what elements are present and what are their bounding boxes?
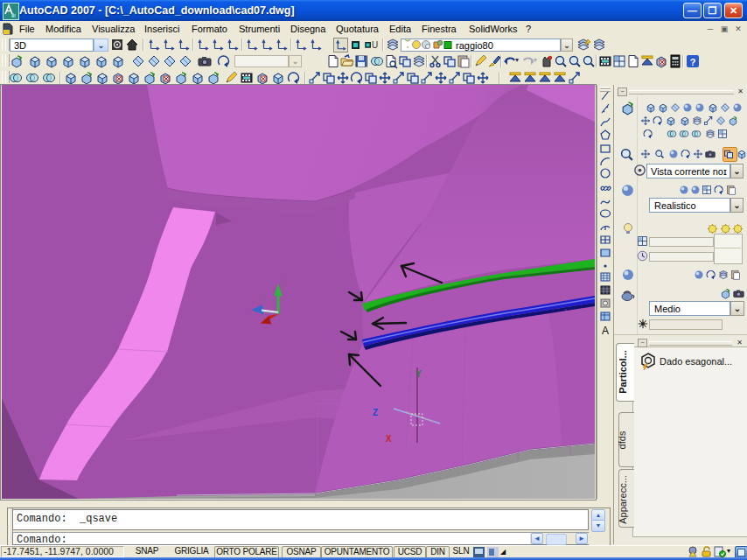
svg-text:Y: Y <box>415 369 422 379</box>
svg-text:Y: Y <box>280 277 285 285</box>
svg-text:A: A <box>602 325 609 337</box>
svg-text:Z: Z <box>373 408 378 417</box>
svg-text:X: X <box>386 434 392 444</box>
svg-text:Z: Z <box>262 297 266 304</box>
